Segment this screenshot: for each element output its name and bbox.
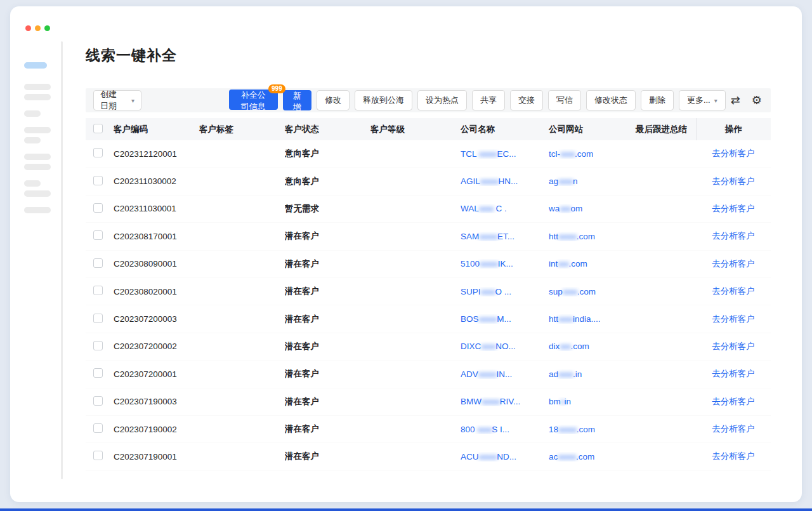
table-row[interactable]: C202311030002 意向客户 AGILxxxxxHN... agxxxx… bbox=[86, 168, 771, 195]
traffic-light-minimize[interactable] bbox=[35, 25, 41, 31]
website-visible: tcl- bbox=[549, 149, 560, 159]
company-name-link[interactable]: 800 xxxxS I... bbox=[461, 425, 549, 434]
analyze-customer-link[interactable]: 去分析客户 bbox=[712, 149, 755, 158]
table-row[interactable]: C202308020001 潜在客户 SUPIxxxxO ... supxxxx… bbox=[86, 278, 771, 305]
website-redacted: xxxxx bbox=[558, 425, 577, 434]
table-row[interactable]: C202307190002 潜在客户 800 xxxxS I... 18xxxx… bbox=[86, 416, 771, 443]
company-website-link[interactable]: bmxin bbox=[549, 397, 636, 406]
table-row[interactable]: C202307200002 潜在客户 DIXCxxxxNO... dixxxx.… bbox=[86, 333, 771, 361]
company-name-link[interactable]: 5100xxxxxIK... bbox=[461, 259, 549, 269]
toolbar-button-1[interactable]: 释放到公海 bbox=[355, 90, 412, 110]
table-row[interactable]: C202312120001 意向客户 TCL xxxxxEC... tcl-xx… bbox=[86, 140, 771, 168]
gear-icon[interactable]: ⚙ bbox=[752, 95, 762, 106]
website-visible: bm bbox=[549, 397, 561, 406]
row-checkbox[interactable] bbox=[93, 341, 103, 350]
customer-code: C202311030001 bbox=[114, 204, 199, 213]
company-name-visible: BMW bbox=[461, 397, 481, 406]
company-website-link[interactable]: httxxxxindia.... bbox=[549, 314, 636, 324]
website-visible: india.... bbox=[573, 314, 601, 324]
row-checkbox[interactable] bbox=[93, 451, 103, 460]
toolbar-button-0[interactable]: 修改 bbox=[317, 90, 350, 110]
select-all-checkbox[interactable] bbox=[93, 124, 103, 133]
website-redacted: xxxx bbox=[560, 149, 575, 159]
customer-status: 意向客户 bbox=[285, 148, 370, 159]
table-row[interactable]: C202308170001 潜在客户 SAMxxxxxET... httxxxx… bbox=[86, 223, 771, 250]
company-website-link[interactable]: httxxxxx.com bbox=[549, 232, 636, 241]
row-action-cell: 去分析客户 bbox=[696, 230, 771, 242]
table-row[interactable]: C202308090001 潜在客户 5100xxxxxIK... intxxx… bbox=[86, 251, 771, 278]
date-filter-select[interactable]: 创建日期 ▾ bbox=[93, 90, 141, 110]
analyze-customer-link[interactable]: 去分析客户 bbox=[712, 259, 755, 269]
company-website-link[interactable]: intxxx.com bbox=[549, 259, 636, 269]
analyze-customer-link[interactable]: 去分析客户 bbox=[712, 231, 755, 241]
row-checkbox[interactable] bbox=[93, 148, 103, 157]
analyze-customer-link[interactable]: 去分析客户 bbox=[712, 397, 755, 406]
row-checkbox[interactable] bbox=[93, 286, 103, 295]
add-button[interactable]: 新增 bbox=[283, 90, 311, 110]
company-name-visible: S I... bbox=[492, 425, 509, 434]
sidebar-divider bbox=[61, 41, 63, 479]
toolbar-button-6[interactable]: 修改状态 bbox=[586, 90, 636, 110]
company-name-link[interactable]: ACUxxxxxND... bbox=[461, 452, 549, 461]
toolbar-button-3[interactable]: 共享 bbox=[472, 90, 505, 110]
more-button[interactable]: 更多... ▾ bbox=[679, 90, 726, 110]
row-checkbox[interactable] bbox=[93, 423, 103, 433]
row-checkbox[interactable] bbox=[93, 203, 103, 213]
toolbar-button-2[interactable]: 设为热点 bbox=[417, 90, 467, 110]
row-checkbox[interactable] bbox=[93, 176, 103, 185]
company-name-link[interactable]: BMWxxxxxRIV... bbox=[461, 397, 549, 406]
website-visible: ag bbox=[549, 176, 558, 186]
analyze-customer-link[interactable]: 去分析客户 bbox=[712, 369, 755, 378]
row-action-cell: 去分析客户 bbox=[696, 148, 771, 159]
company-name-link[interactable]: WALxxxx C . bbox=[461, 204, 549, 213]
company-name-link[interactable]: AGILxxxxxHN... bbox=[461, 176, 549, 186]
row-checkbox[interactable] bbox=[93, 396, 103, 406]
analyze-customer-link[interactable]: 去分析客户 bbox=[712, 286, 755, 296]
company-website-link[interactable]: dixxxx.com bbox=[549, 342, 636, 351]
company-name-link[interactable]: DIXCxxxxNO... bbox=[461, 342, 549, 351]
company-name-link[interactable]: BOSxxxxxM... bbox=[461, 314, 549, 324]
sidebar-skeleton bbox=[24, 62, 57, 213]
company-website-link[interactable]: adxxxx.in bbox=[549, 369, 636, 379]
analyze-customer-link[interactable]: 去分析客户 bbox=[712, 176, 755, 186]
company-name-redacted: xxxx bbox=[481, 342, 495, 351]
table-row[interactable]: C202311030001 暂无需求 WALxxxx C . waxxxom 去… bbox=[86, 196, 771, 223]
company-website-link[interactable]: tcl-xxxx.com bbox=[549, 149, 636, 159]
analyze-customer-link[interactable]: 去分析客户 bbox=[712, 314, 755, 324]
toolbar-button-7[interactable]: 删除 bbox=[641, 90, 674, 110]
company-website-link[interactable]: 18xxxxx.com bbox=[549, 425, 636, 434]
analyze-customer-link[interactable]: 去分析客户 bbox=[712, 424, 755, 434]
row-checkbox-cell bbox=[86, 396, 114, 408]
column-header-3: 客户等级 bbox=[370, 124, 461, 135]
table-row[interactable]: C202307200001 潜在客户 ADVxxxxxIN... adxxxx.… bbox=[86, 361, 771, 388]
table-row[interactable]: C202307190001 潜在客户 ACUxxxxxND... acxxxxx… bbox=[86, 443, 771, 470]
traffic-light-zoom[interactable] bbox=[44, 25, 50, 31]
skeleton-bar bbox=[24, 190, 51, 197]
customer-status: 暂无需求 bbox=[285, 203, 370, 215]
company-website-link[interactable]: supxxxx.com bbox=[549, 287, 636, 296]
company-name-link[interactable]: SAMxxxxxET... bbox=[461, 232, 549, 241]
row-checkbox[interactable] bbox=[93, 230, 103, 240]
row-checkbox[interactable] bbox=[93, 258, 103, 268]
row-checkbox[interactable] bbox=[93, 314, 103, 323]
transfer-icon[interactable]: ⇄ bbox=[731, 95, 740, 106]
analyze-customer-link[interactable]: 去分析客户 bbox=[712, 204, 755, 213]
table-row[interactable]: C202307200003 潜在客户 BOSxxxxxM... httxxxxi… bbox=[86, 305, 771, 333]
row-checkbox[interactable] bbox=[93, 368, 103, 378]
company-name-redacted: xxxxx bbox=[479, 314, 497, 324]
table-row[interactable]: C202307190003 潜在客户 BMWxxxxxRIV... bmxin … bbox=[86, 388, 771, 416]
analyze-customer-link[interactable]: 去分析客户 bbox=[712, 451, 755, 461]
website-redacted: xxxx bbox=[558, 176, 573, 186]
company-website-link[interactable]: acxxxxx.com bbox=[549, 452, 636, 461]
traffic-light-close[interactable] bbox=[25, 25, 31, 31]
toolbar-button-4[interactable]: 交接 bbox=[510, 90, 543, 110]
company-website-link[interactable]: agxxxxn bbox=[549, 176, 636, 186]
company-name-redacted: xxxxx bbox=[480, 176, 499, 186]
company-website-link[interactable]: waxxxom bbox=[549, 204, 636, 213]
toolbar-button-5[interactable]: 写信 bbox=[548, 90, 581, 110]
company-name-link[interactable]: TCL xxxxxEC... bbox=[461, 149, 549, 159]
analyze-customer-link[interactable]: 去分析客户 bbox=[712, 342, 755, 351]
row-checkbox-cell bbox=[86, 341, 114, 352]
company-name-link[interactable]: ADVxxxxxIN... bbox=[461, 369, 549, 379]
company-name-link[interactable]: SUPIxxxxO ... bbox=[461, 287, 549, 296]
